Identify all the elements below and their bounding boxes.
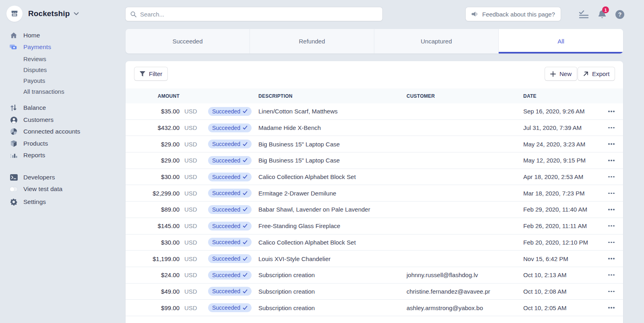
status-tabs: Succeeded Refunded Uncaptured All bbox=[126, 29, 623, 53]
check-icon bbox=[243, 191, 248, 195]
arrow-up-right-icon bbox=[583, 71, 588, 76]
status-badge: Succeeded bbox=[208, 238, 252, 247]
row-actions-button[interactable] bbox=[607, 304, 616, 311]
table-row[interactable]: $145.00 USD Succeeded Free-Standing Glas… bbox=[126, 218, 623, 235]
check-icon bbox=[243, 207, 248, 212]
account-logo bbox=[6, 6, 23, 22]
row-actions-button[interactable] bbox=[607, 272, 616, 278]
payment-date: May 24, 2020, 3:23 AM bbox=[523, 141, 600, 148]
notification-count-badge: 1 bbox=[602, 6, 609, 13]
help-button[interactable]: ? bbox=[614, 9, 625, 20]
table-row[interactable]: $30.00 USD Succeeded Calico Collection A… bbox=[126, 169, 623, 185]
check-icon bbox=[243, 158, 248, 163]
table-row[interactable]: $432.00 USD Succeeded Madame Hide X-Benc… bbox=[126, 120, 623, 136]
row-actions-button[interactable] bbox=[607, 288, 616, 295]
megaphone-icon bbox=[471, 11, 478, 17]
payment-amount: $29.00 bbox=[126, 157, 180, 164]
payment-amount: $30.00 bbox=[126, 173, 180, 180]
products-icon bbox=[10, 140, 18, 148]
payment-description: Linen/Cotton Scarf, Matthews bbox=[258, 108, 407, 115]
payment-currency: USD bbox=[180, 141, 208, 148]
payment-amount: $99.00 bbox=[126, 304, 180, 311]
task-list-button[interactable] bbox=[578, 9, 589, 20]
plus-icon bbox=[550, 71, 556, 77]
payment-description: Louis XVI-Style Chandelier bbox=[258, 255, 407, 262]
status-badge: Succeeded bbox=[208, 205, 252, 214]
terminal-icon bbox=[10, 173, 18, 181]
row-actions-button[interactable] bbox=[607, 125, 616, 131]
account-name: Rocketship bbox=[28, 9, 70, 18]
connected-accounts-icon bbox=[10, 128, 18, 136]
table-row[interactable]: $29.00 USD Succeeded Big Business 15" La… bbox=[126, 152, 623, 169]
payment-currency: USD bbox=[180, 272, 208, 278]
row-actions-button[interactable] bbox=[607, 141, 616, 147]
payment-date: Oct 10, 2:05 AM bbox=[523, 304, 600, 311]
table-toolbar: Filter New Export bbox=[126, 61, 623, 88]
payments-table-card: Filter New Export AMOUNT DESCRIPTION CUS… bbox=[126, 61, 623, 323]
search-input[interactable] bbox=[140, 11, 365, 18]
payment-amount: $432.00 bbox=[126, 124, 180, 131]
storefront-icon bbox=[10, 9, 19, 18]
payment-date: May 12, 2020, 9:15 PM bbox=[523, 157, 600, 164]
table-row[interactable]: $29.00 USD Succeeded Big Business 15" La… bbox=[126, 136, 623, 152]
row-actions-button[interactable] bbox=[607, 255, 616, 262]
tab-refunded[interactable]: Refunded bbox=[250, 29, 374, 53]
row-actions-button[interactable] bbox=[607, 190, 616, 197]
tab-all[interactable]: All bbox=[499, 29, 623, 53]
table-row[interactable]: $89.00 USD Succeeded Babar Shawl, Lavend… bbox=[126, 202, 623, 218]
table-row[interactable]: $35.00 USD Succeeded Linen/Cotton Scarf,… bbox=[126, 103, 623, 120]
row-actions-button[interactable] bbox=[607, 206, 616, 213]
task-list-icon bbox=[579, 10, 589, 19]
table-row[interactable]: $2,299.00 USD Succeeded Ermitage 2-Drawe… bbox=[126, 185, 623, 202]
table-row[interactable]: $49.00 USD Succeeded Subscription creati… bbox=[126, 284, 623, 300]
payment-date: Apr 18, 2020, 2:53 AM bbox=[523, 173, 600, 180]
table-header: AMOUNT DESCRIPTION CUSTOMER DATE bbox=[126, 88, 623, 103]
row-actions-button[interactable] bbox=[607, 108, 616, 115]
new-payment-button[interactable]: New bbox=[545, 67, 577, 80]
payment-amount: $49.00 bbox=[126, 288, 180, 295]
gear-icon bbox=[10, 198, 18, 206]
row-actions-button[interactable] bbox=[607, 223, 616, 229]
payment-amount: $29.00 bbox=[126, 141, 180, 148]
status-badge: Succeeded bbox=[208, 123, 252, 132]
feedback-button[interactable]: Feedback about this page? bbox=[466, 7, 561, 21]
payment-date: Nov 15, 6:42 PM bbox=[523, 255, 600, 262]
row-actions-button[interactable] bbox=[607, 239, 616, 246]
payment-description: Subscription creation bbox=[258, 272, 407, 278]
table-body: $35.00 USD Succeeded Linen/Cotton Scarf,… bbox=[126, 103, 623, 316]
check-icon bbox=[243, 109, 248, 113]
export-button[interactable]: Export bbox=[578, 67, 615, 80]
search-bar[interactable] bbox=[126, 7, 382, 21]
payment-customer: ashley.armstrong@yabox.bo bbox=[407, 304, 523, 311]
payment-amount: $30.00 bbox=[126, 239, 180, 246]
row-actions-button[interactable] bbox=[607, 157, 616, 164]
table-row[interactable]: $99.00 USD Succeeded Subscription creati… bbox=[126, 300, 623, 316]
payment-description: Calico Collection Alphabet Block Set bbox=[258, 239, 407, 246]
check-icon bbox=[243, 142, 248, 146]
status-badge: Succeeded bbox=[208, 189, 252, 198]
payment-currency: USD bbox=[180, 239, 208, 246]
notifications-button[interactable]: 1 bbox=[597, 9, 608, 20]
table-row[interactable]: $24.00 USD Succeeded Subscription creati… bbox=[126, 267, 623, 284]
table-row[interactable]: $30.00 USD Succeeded Calico Collection A… bbox=[126, 235, 623, 251]
check-icon bbox=[243, 175, 248, 179]
payments-icon bbox=[10, 43, 18, 51]
account-switcher[interactable]: Rocketship bbox=[6, 6, 79, 22]
payment-amount: $35.00 bbox=[126, 108, 180, 115]
customers-icon bbox=[10, 116, 18, 124]
row-actions-button[interactable] bbox=[607, 174, 616, 180]
filter-button[interactable]: Filter bbox=[134, 67, 167, 80]
tab-uncaptured[interactable]: Uncaptured bbox=[374, 29, 499, 53]
payment-date: Feb 20, 2020, 12:10 PM bbox=[523, 239, 600, 246]
status-badge: Succeeded bbox=[208, 271, 252, 280]
test-data-toggle[interactable] bbox=[10, 185, 18, 193]
status-badge: Succeeded bbox=[208, 222, 252, 230]
payment-amount: $89.00 bbox=[126, 206, 180, 213]
table-row[interactable]: $1,199.00 USD Succeeded Louis XVI-Style … bbox=[126, 251, 623, 267]
search-icon bbox=[130, 11, 136, 17]
payment-description: Ermitage 2-Drawer Demilune bbox=[258, 190, 407, 197]
feedback-label: Feedback about this page? bbox=[482, 11, 555, 18]
tab-succeeded[interactable]: Succeeded bbox=[126, 29, 250, 53]
payment-amount: $1,199.00 bbox=[126, 255, 180, 262]
help-icon: ? bbox=[615, 10, 624, 19]
